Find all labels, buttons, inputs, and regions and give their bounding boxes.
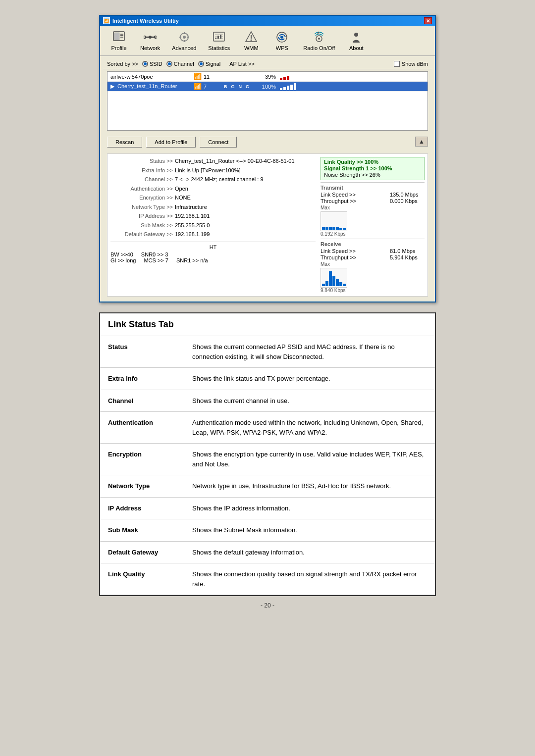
sort-signal[interactable]: Signal	[198, 61, 221, 67]
toolbar-radio-label: Radio On/Off	[303, 45, 335, 51]
row-description: Shows the current channel in use.	[184, 390, 435, 412]
toolbar-network[interactable]: Network	[135, 28, 165, 53]
tx-throughput-value: 0.000 Kbps	[390, 198, 418, 204]
expand-button[interactable]: ▲	[415, 137, 428, 147]
show-dbm-checkbox[interactable]	[394, 61, 400, 67]
content-area: Sorted by >> SSID Channel Signal AP List…	[100, 56, 435, 302]
rx-bar-chart	[321, 268, 347, 288]
ap-list: airlive-wl5470poe 📶 11 39%	[107, 71, 428, 131]
rx-throughput-label: Throughput >>	[321, 254, 390, 260]
row-label: Channel	[100, 390, 184, 412]
tx-throughput-label: Throughput >>	[321, 198, 390, 204]
wps-icon	[275, 30, 289, 44]
table-row: IP Address Shows the IP address informat…	[100, 497, 435, 519]
toolbar-about[interactable]: About	[341, 28, 371, 53]
ht-section: HT BW >>40 SNR0 >> 3 GI >> long MCS >> 7…	[110, 242, 316, 263]
sec-n: N	[237, 84, 244, 90]
sort-ssid[interactable]: SSID	[142, 61, 162, 67]
tx-chart-row: Max 0.192 Kbps	[321, 204, 425, 237]
rx-chart-area: Max 9.840 Kbps	[321, 261, 347, 293]
radio-icon	[312, 30, 326, 44]
sort-channel[interactable]: Channel	[166, 61, 194, 67]
tx-bar3	[329, 227, 332, 230]
tx-speed-value: 135.0 Mbps	[390, 192, 418, 198]
ap-channel: 📶 7	[194, 83, 218, 90]
toolbar-about-label: About	[349, 45, 364, 51]
row-label: Extra Info	[100, 368, 184, 390]
ap-row[interactable]: airlive-wl5470poe 📶 11 39%	[107, 72, 428, 82]
main-window: 📶 Intelligent Wireless Utiltiy ✕ Profile	[99, 15, 436, 302]
toolbar-wmm[interactable]: WMM	[236, 28, 266, 53]
ap-row[interactable]: ▶ Cherry_test_11n_Router 📶 7 B G N G 100…	[107, 82, 428, 92]
status-row: Status >> Cherry_test_11n_Router <--> 00…	[110, 157, 316, 165]
rx-max-label: Max	[321, 261, 347, 267]
transmit-title: Transmit	[321, 185, 425, 191]
ap-security-icons: B G N G	[222, 84, 252, 90]
page-number: - 20 -	[261, 602, 274, 609]
toolbar-advanced[interactable]: Advanced	[166, 28, 202, 53]
table-row: Extra Info Shows the link status and TX …	[100, 368, 435, 390]
tx-bar4	[332, 227, 335, 230]
encryption-value: NONE	[175, 194, 191, 202]
ht-mcs: MCS >> 7	[144, 257, 168, 263]
ip-value: 192.168.1.101	[175, 212, 210, 220]
show-dbm-label: Show dBm	[402, 61, 428, 67]
sec-g: G	[230, 84, 236, 90]
ap-name: ▶ Cherry_test_11n_Router	[110, 83, 190, 90]
row-description: Shows the current connected AP SSID and …	[184, 336, 435, 368]
toolbar-network-label: Network	[140, 45, 160, 51]
lower-section: Link Status Tab Status Shows the current…	[99, 312, 436, 596]
receive-title: Receive	[321, 241, 425, 247]
bar1	[280, 78, 282, 80]
receive-box: Receive Link Speed >> 81.0 Mbps Throughp…	[321, 239, 425, 293]
details-panel: Status >> Cherry_test_11n_Router <--> 00…	[107, 153, 428, 297]
statistics-icon	[212, 30, 226, 44]
bar5	[294, 83, 296, 90]
toolbar-profile[interactable]: Profile	[104, 28, 134, 53]
encryption-label: Encryption >>	[110, 194, 175, 202]
svg-rect-21	[220, 35, 221, 39]
tx-bar6	[339, 228, 342, 230]
ht-bw: BW >>40	[110, 252, 133, 257]
link-quality-box: Link Quality >> 100% Signal Strength 1 >…	[321, 157, 425, 180]
selected-arrow-icon: ▶	[110, 83, 114, 89]
row-description: Shows the Subnet Mask information.	[184, 519, 435, 542]
expand-button-container: ▲	[415, 137, 428, 148]
status-value: Cherry_test_11n_Router <--> 00-E0-4C-86-…	[175, 157, 295, 165]
table-row: Authentication Authentication mode used …	[100, 412, 435, 444]
status-label: Status >>	[110, 157, 175, 165]
rescan-button[interactable]: Rescan	[107, 137, 142, 148]
connect-button[interactable]: Connect	[200, 137, 237, 148]
tx-speed-label: Link Speed >>	[321, 192, 390, 198]
window-title: Intelligent Wireless Utiltiy	[112, 18, 179, 24]
network-icon	[143, 30, 157, 44]
gateway-value: 192.168.1.199	[175, 230, 210, 239]
ap-channel: 📶 11	[194, 73, 218, 80]
sec-g2: G	[244, 84, 251, 90]
ht-gi: GI >> long	[110, 257, 136, 263]
link-quality-text: Link Quality >> 100%	[324, 159, 378, 165]
tx-speed-row: Link Speed >> 135.0 Mbps	[321, 192, 425, 198]
sort-ssid-radio[interactable]	[142, 61, 148, 67]
wmm-icon	[244, 30, 258, 44]
noise-strength-text: Noise Strength >> 26%	[324, 172, 380, 178]
sort-signal-radio[interactable]	[198, 61, 204, 67]
row-description: Shows the connection quality based on si…	[184, 563, 435, 595]
row-label: Default Gateway	[100, 541, 184, 563]
toolbar-statistics[interactable]: Statistics	[203, 28, 235, 53]
row-description: Shows the IP address information.	[184, 497, 435, 519]
row-description: Shows the encryption type currently in u…	[184, 444, 435, 475]
table-row: Link Quality Shows the connection qualit…	[100, 563, 435, 595]
bar3	[287, 76, 289, 80]
toolbar-radio[interactable]: Radio On/Off	[298, 28, 340, 53]
toolbar-wps[interactable]: WPS	[267, 28, 297, 53]
signal-strength-text: Signal Strength 1 >> 100%	[324, 165, 392, 171]
add-to-profile-button[interactable]: Add to Profile	[146, 137, 196, 148]
row-label: Link Quality	[100, 563, 184, 595]
close-button[interactable]: ✕	[424, 17, 432, 24]
sort-channel-radio[interactable]	[166, 61, 172, 67]
svg-point-28	[318, 38, 320, 40]
link-quality-row: Link Quality >> 100%	[324, 159, 421, 165]
title-bar-left: 📶 Intelligent Wireless Utiltiy	[103, 17, 179, 24]
rx-speed-row: Link Speed >> 81.0 Mbps	[321, 248, 425, 254]
